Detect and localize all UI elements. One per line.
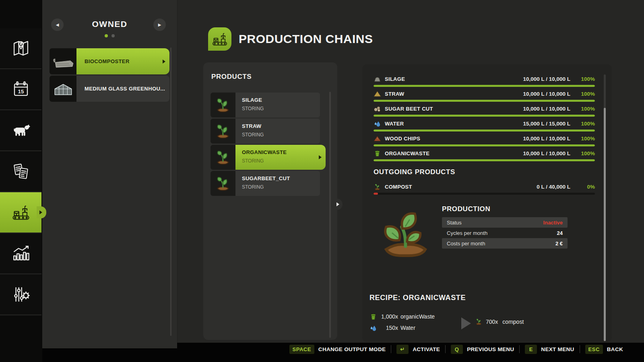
q-key-badge: Q xyxy=(451,345,463,354)
recipe-section: RECIPE: ORGANICWASTE 1,000x organicWaste… xyxy=(369,294,595,335)
outgoing-row: COMPOST 0 L / 40,000 L 0% xyxy=(374,182,595,197)
recipe-qty: 1,000x xyxy=(378,313,398,320)
storage-name: WOOD CHIPS xyxy=(385,136,519,142)
production-section: PRODUCTION Status Inactive Cycles per mo… xyxy=(374,204,595,273)
table-row: Costs per month 2 € xyxy=(442,238,568,249)
status-badge: Inactive xyxy=(543,220,563,226)
product-item-straw[interactable]: STRAW STORING xyxy=(211,119,320,144)
recipe-qty: 700x xyxy=(486,319,498,325)
next-page-button[interactable]: ▶ xyxy=(153,19,166,31)
sugar-beet-cut-icon xyxy=(374,105,381,113)
detail-scrollbar-track xyxy=(604,74,606,341)
organicwaste-icon xyxy=(369,313,377,321)
page-dot-active xyxy=(105,34,108,37)
storage-bar xyxy=(374,159,595,161)
storage-row: WATER 15,000 L / 15,000 L 100% xyxy=(374,119,595,134)
storage-row: STRAW 10,000 L / 10,000 L 100% xyxy=(374,89,595,104)
silage-icon xyxy=(374,75,381,83)
recipe-ingredient: organicWaste xyxy=(400,313,435,320)
recipe-ingredient: Water xyxy=(400,325,415,331)
settings-icon xyxy=(11,285,31,304)
water-icon xyxy=(374,120,381,128)
storage-percent: 100% xyxy=(574,136,595,142)
row-label: Costs per month xyxy=(447,241,485,247)
space-key-badge: SPACE xyxy=(289,345,314,354)
sidebar-item-statistics[interactable] xyxy=(0,233,41,274)
product-status: STORING xyxy=(242,184,320,190)
storage-bar xyxy=(374,144,595,146)
hotkey-back[interactable]: ESC BACK xyxy=(585,345,623,354)
storage-amount: 10,000 L / 10,000 L xyxy=(523,76,570,82)
organicwaste-icon xyxy=(374,150,381,157)
e-key-badge: E xyxy=(525,345,537,354)
storage-percent: 100% xyxy=(574,76,595,82)
storage-amount: 10,000 L / 10,000 L xyxy=(523,91,570,97)
selected-arrow-icon xyxy=(319,155,322,159)
storage-name: SUGAR BEET CUT xyxy=(385,106,519,112)
sidebar-item-contracts[interactable] xyxy=(0,151,41,192)
divider xyxy=(580,345,580,353)
hotkey-change-output-mode[interactable]: SPACE CHANGE OUTPUT MODE xyxy=(289,345,386,354)
row-value: 24 xyxy=(557,230,563,236)
product-item-silage[interactable]: SILAGE STORING xyxy=(211,93,320,117)
products-panel: PRODUCTS SILAGE STORING STRAW STORING OR… xyxy=(203,62,337,340)
sidebar-item-production[interactable] xyxy=(0,192,41,233)
storage-row: SUGAR BEET CUT 10,000 L / 10,000 L 100% xyxy=(374,104,595,119)
page-indicator[interactable] xyxy=(42,34,177,37)
recipe-qty: 150x xyxy=(378,325,398,331)
biocomposter-thumbnail xyxy=(50,48,76,74)
compost-icon xyxy=(374,183,381,191)
product-name: STRAW xyxy=(242,123,320,129)
seedling-icon xyxy=(211,119,235,144)
recipe-output: 700x compost xyxy=(475,318,524,325)
storage-amount: 15,000 L / 15,000 L xyxy=(523,121,570,127)
sidebar-item-settings[interactable] xyxy=(0,274,41,315)
outgoing-bar xyxy=(374,193,595,195)
product-item-organicwaste[interactable]: ORGANICWASTE STORING xyxy=(211,145,326,170)
storage-bar xyxy=(374,85,595,87)
storage-percent: 100% xyxy=(574,106,595,112)
row-label: Cycles per month xyxy=(447,230,487,236)
sidebar-item-calendar[interactable] xyxy=(0,69,41,110)
storage-name: WATER xyxy=(385,121,519,127)
sidebar-item-map[interactable] xyxy=(0,28,41,69)
owned-item-greenhouse[interactable]: MEDIUM GLASS GREENHOU... xyxy=(50,76,169,102)
hotkey-activate[interactable]: ↵ ACTIVATE xyxy=(396,345,440,354)
owned-item-biocomposter[interactable]: BIOCOMPOSTER xyxy=(50,48,169,74)
products-panel-title: PRODUCTS xyxy=(211,73,252,81)
storage-percent: 100% xyxy=(574,121,595,127)
contracts-icon xyxy=(11,162,31,181)
owned-scrollbar[interactable] xyxy=(170,47,171,336)
plant-illustration xyxy=(378,207,433,261)
storage-row: ORGANICWASTE 10,000 L / 10,000 L 100% xyxy=(374,148,595,163)
owned-panel: ◀ OWNED ▶ BIOCOMPOSTER MEDIUM GLASS GREE… xyxy=(42,0,177,348)
statistics-icon xyxy=(11,244,31,263)
production-chains-icon xyxy=(208,27,231,51)
owned-item-label: MEDIUM GLASS GREENHOU... xyxy=(85,86,165,92)
sidebar-item-animals[interactable] xyxy=(0,110,41,151)
selected-arrow-icon xyxy=(163,60,165,64)
page-title: PRODUCTION CHAINS xyxy=(239,32,373,46)
panel-divider xyxy=(177,0,178,343)
wood-chips-icon xyxy=(374,135,381,142)
hotkey-previous-menu[interactable]: Q PREVIOUS MENU xyxy=(451,345,514,354)
storage-name: SILAGE xyxy=(385,76,519,82)
storage-row: SILAGE 10,000 L / 10,000 L 100% xyxy=(374,74,595,89)
recipe-title: RECIPE: ORGANICWASTE xyxy=(369,294,595,302)
outgoing-percent: 0% xyxy=(574,184,595,190)
straw-icon xyxy=(374,90,381,98)
page-header: PRODUCTION CHAINS xyxy=(208,27,373,51)
product-name: ORGANICWASTE xyxy=(242,149,326,155)
storage-name: STRAW xyxy=(385,91,519,97)
product-status: STORING xyxy=(242,106,320,111)
panel-expander-button[interactable] xyxy=(332,199,343,210)
production-chains-screen: PRODUCTION CHAINS PRODUCTS SILAGE STORIN… xyxy=(0,0,644,362)
detail-scrollbar-thumb[interactable] xyxy=(604,108,606,341)
product-item-sugarbeet-cut[interactable]: SUGARBEET_CUT STORING xyxy=(211,171,320,196)
page-dot xyxy=(111,34,115,37)
products-scrollbar[interactable] xyxy=(329,92,331,338)
compost-icon xyxy=(475,318,483,325)
table-row: Status Inactive xyxy=(442,217,568,228)
hotkey-next-menu[interactable]: E NEXT MENU xyxy=(525,345,574,354)
storage-name: ORGANICWASTE xyxy=(385,150,519,156)
